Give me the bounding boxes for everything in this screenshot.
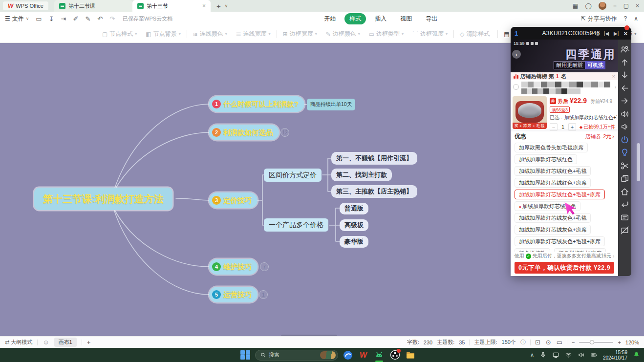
- sku-chip[interactable]: 加绒加厚款灯芯绒灰色: [515, 201, 580, 211]
- user-avatar[interactable]: [599, 2, 606, 10]
- arrow-down-icon[interactable]: [620, 70, 630, 80]
- prev-device-button[interactable]: |◀: [604, 31, 609, 36]
- wifi-icon[interactable]: [565, 351, 572, 359]
- sku-chip[interactable]: 加厚款黑色骨头加毛毯凉席: [515, 143, 588, 152]
- phone-mirror-titlebar[interactable]: 1 A3KU021C03005946 ▯ |◀ ▶| ×: [511, 27, 631, 40]
- sku-chip[interactable]: 加绒加厚款灯芯绒红色+凉席: [515, 178, 591, 188]
- volume-down-icon[interactable]: [620, 122, 630, 132]
- border-type-button[interactable]: ▭ 边框类型 ▾: [365, 30, 408, 38]
- tray-expand-icon[interactable]: ∧: [530, 352, 534, 358]
- border-color-button[interactable]: ✎ 边框颜色 ▾: [322, 30, 365, 38]
- menu-start[interactable]: 开始: [319, 13, 341, 24]
- menu-insert[interactable]: 插入: [370, 13, 391, 24]
- product-image[interactable]: 窝＋凉席＋毛毯: [513, 96, 547, 129]
- menu-style[interactable]: 样式: [344, 13, 366, 24]
- screen-off-icon[interactable]: [620, 225, 630, 235]
- branch-node-4[interactable]: 4 维护技巧: [209, 259, 258, 275]
- branch-node-1[interactable]: 1 什么时候可以上利润款?: [209, 96, 304, 112]
- document-tab-2-active[interactable]: 第十三节 ×: [132, 0, 211, 12]
- maximize-button[interactable]: ▢: [623, 2, 629, 9]
- center-view-icon[interactable]: ⊙: [546, 339, 551, 346]
- zoom-in-button[interactable]: +: [618, 340, 621, 345]
- monitor-icon[interactable]: [552, 351, 559, 359]
- volume-up-icon[interactable]: [620, 109, 630, 119]
- workspace-icon[interactable]: ▦: [573, 2, 578, 9]
- menu-view[interactable]: 视图: [395, 13, 417, 24]
- branch-node-5[interactable]: 5 运营技巧: [209, 287, 258, 302]
- sku-chip[interactable]: 加绒加厚款灯芯绒灰色+毛毯+凉席: [515, 236, 605, 246]
- clear-style-button[interactable]: ◇ 清除样式: [455, 30, 496, 38]
- home-icon[interactable]: [620, 187, 630, 197]
- power-icon[interactable]: [620, 135, 630, 145]
- sku-chip[interactable]: 加绒加厚款灯芯绒灰色+凉席: [515, 225, 591, 234]
- border-arc-button[interactable]: ⌒ 边框弧度 ▾: [408, 30, 452, 38]
- phone-screen[interactable]: 15:59 ‹ 四季通用 耐用更耐脏 可机洗 店铺热销榜 第 1 名 ×: [511, 40, 618, 276]
- menu-export[interactable]: 导出: [421, 13, 442, 24]
- vertical-scrollbar[interactable]: [637, 143, 640, 181]
- canvas-tab[interactable]: 画布1: [54, 338, 77, 347]
- leaf-node[interactable]: 普通版: [340, 203, 368, 214]
- group-icon[interactable]: [620, 44, 630, 54]
- select-mode-icon[interactable]: ⊡: [535, 339, 540, 346]
- collapsed-count-badge[interactable]: 12: [280, 128, 289, 137]
- arrow-right-icon[interactable]: [620, 96, 630, 106]
- print-icon[interactable]: ▭: [36, 15, 42, 22]
- outline-mode-toggle[interactable]: ⇄ 大纲模式: [5, 339, 32, 346]
- branch-node-2[interactable]: 2 利润款如何选品: [209, 125, 279, 140]
- close-tab-icon[interactable]: ×: [202, 2, 206, 9]
- sku-chip[interactable]: 加绒加厚款灯芯绒红色: [515, 154, 577, 164]
- tab-list-caret-icon[interactable]: ∨: [225, 3, 228, 8]
- taskbar-app-wps[interactable]: W: [358, 349, 369, 361]
- shop-coupon-link[interactable]: 店铺券-2元 ›: [585, 133, 614, 140]
- collapsed-count-badge[interactable]: 1: [259, 290, 268, 299]
- undo-icon[interactable]: ↶: [97, 15, 103, 22]
- carousel-back-icon[interactable]: ‹: [512, 50, 521, 59]
- info-icon[interactable]: ⓘ: [520, 339, 526, 346]
- zoom-slider[interactable]: [579, 342, 613, 343]
- microphone-icon[interactable]: [539, 351, 547, 359]
- sku-chip[interactable]: 加绒加厚款灯芯绒红色+毛毯: [515, 166, 591, 176]
- taskbar-app-obs[interactable]: [389, 349, 401, 361]
- sku-chip[interactable]: 加绒加厚款灯芯绒红色+毛毯+凉席: [515, 190, 605, 199]
- sku-chip[interactable]: 新色拼接款加凉席: [554, 248, 606, 252]
- child-node-range-price[interactable]: 区间价方式定价: [264, 169, 322, 182]
- leaf-node[interactable]: 高级坂: [340, 219, 368, 231]
- node-background-button[interactable]: ◧ 节点背景 ▾: [141, 30, 185, 38]
- add-canvas-button[interactable]: +: [87, 339, 91, 346]
- minimap-icon[interactable]: ▭: [557, 339, 562, 346]
- share-button[interactable]: ⇱ 分享与协作: [580, 15, 617, 23]
- volume-icon[interactable]: [578, 351, 585, 359]
- border-width-button[interactable]: ⊞ 边框宽度 ▾: [279, 30, 322, 38]
- quantity-plus-button[interactable]: +: [568, 123, 576, 131]
- sticker-icon[interactable]: ☺: [43, 339, 49, 346]
- help-button[interactable]: ?: [624, 15, 627, 22]
- product-video-area[interactable]: 15:59 ‹ 四季通用 耐用更耐脏 可机洗: [511, 40, 618, 72]
- buy-now-button[interactable]: 0元下单，确认收货后付款 ¥22.9: [515, 262, 614, 274]
- taskbar-app-phone-mirror[interactable]: [373, 349, 385, 361]
- branch-node-3[interactable]: 3 定价技巧: [209, 192, 258, 208]
- arrow-up-icon[interactable]: [620, 57, 630, 67]
- start-button[interactable]: [239, 349, 251, 361]
- collapse-ribbon-icon[interactable]: ∧: [634, 15, 638, 22]
- close-window-button[interactable]: ×: [636, 2, 639, 9]
- leaf-node[interactable]: 第二、找到主打款: [331, 169, 392, 181]
- child-node-multi-price[interactable]: 一个产品多个价格: [264, 218, 328, 232]
- battery-icon[interactable]: [590, 351, 598, 359]
- close-mirror-button[interactable]: ×: [623, 30, 627, 37]
- device-screen-icon[interactable]: ▯: [596, 31, 599, 36]
- central-topic-node[interactable]: 第十三节课:利润款打造方法: [34, 188, 172, 210]
- annotate-icon[interactable]: ✎: [85, 15, 90, 22]
- document-tab-1[interactable]: 第十二节课: [54, 0, 132, 12]
- save-icon[interactable]: ↧: [49, 15, 54, 22]
- theme-icon[interactable]: ◯: [585, 2, 591, 9]
- message-icon[interactable]: [620, 213, 630, 223]
- notification-bell-icon[interactable]: [633, 351, 640, 359]
- taskbar-app-quark[interactable]: [342, 349, 354, 361]
- zoom-slider-knob[interactable]: [590, 340, 594, 344]
- collapsed-count-badge[interactable]: 7: [260, 262, 269, 271]
- close-rank-icon[interactable]: ×: [612, 73, 615, 79]
- chevron-right-icon[interactable]: ›: [615, 85, 616, 90]
- multitask-icon[interactable]: [620, 173, 630, 184]
- redo-icon[interactable]: ↷: [109, 15, 115, 22]
- line-width-button[interactable]: ☰ 连线宽度 ▾: [232, 30, 275, 38]
